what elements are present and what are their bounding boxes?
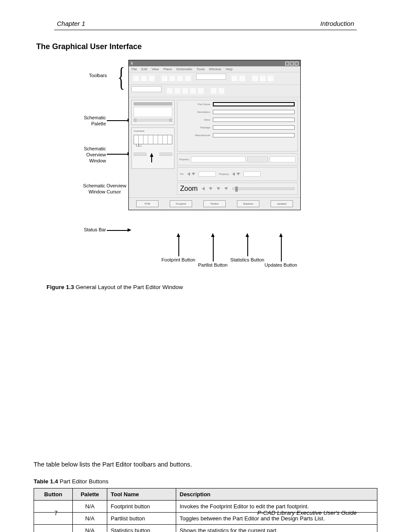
menu-item[interactable]: Help [225, 67, 232, 71]
section-title: The Graphical User Interface [36, 42, 377, 51]
maximize-icon[interactable] [290, 62, 294, 65]
updates-button[interactable]: Updates [271, 200, 293, 207]
statistics-button[interactable]: Statistics [237, 200, 259, 207]
running-head: Chapter 1 Introduction [54, 20, 357, 30]
part-name-field[interactable] [213, 102, 295, 106]
menu-item[interactable]: Edit [141, 67, 147, 71]
menu-item[interactable]: Schematic [176, 67, 192, 71]
field-label: Manufacturer [195, 134, 210, 137]
toolbar-button[interactable] [166, 87, 173, 94]
toolbar-select[interactable] [131, 86, 162, 92]
pin-dropdown-icon[interactable] [192, 173, 195, 175]
zoom-dropdown-icon[interactable] [217, 187, 220, 190]
pcb-button[interactable]: PCB [136, 200, 159, 207]
toolbar-button[interactable] [161, 75, 168, 82]
property-bar: Property [177, 153, 298, 165]
toolbar-button[interactable] [252, 75, 258, 82]
running-head-right: Introduction [321, 20, 354, 27]
brace-icon: { [118, 68, 125, 87]
prev-pin-icon[interactable] [187, 172, 190, 176]
table-cell-button [34, 525, 73, 532]
table-header: Button [34, 488, 73, 501]
schematic-palette[interactable] [131, 100, 174, 125]
zoom-out-icon[interactable] [202, 187, 205, 190]
zoom-dropdown-icon[interactable] [209, 187, 212, 190]
nav-label-pin: Pin [180, 173, 184, 175]
value-field[interactable] [213, 118, 295, 122]
zoom-dropdown-icon[interactable] [224, 187, 228, 190]
property-value[interactable] [191, 156, 246, 162]
toolbar-button[interactable] [184, 75, 191, 82]
prev-property-icon[interactable] [232, 172, 235, 176]
menu-item[interactable]: Tools [196, 67, 205, 71]
menu-item[interactable]: Place [163, 67, 172, 71]
field-label: Value [204, 118, 210, 121]
toolbar-button[interactable] [210, 87, 217, 94]
zoom-slider[interactable] [232, 187, 295, 190]
zoom-label: Zoom [180, 185, 198, 193]
table-title: Table 1.4 Part Editor Buttons [34, 478, 377, 485]
property-label: Property [179, 158, 189, 161]
navigation-row: Pin Property [177, 167, 298, 181]
toolbar-button[interactable] [267, 75, 274, 82]
callout-status-bar: Status Bar [37, 227, 106, 233]
table-title-text: Part Editor Buttons [58, 478, 109, 485]
toolbar-row-2 [129, 85, 300, 97]
toolbar-button[interactable] [218, 87, 225, 94]
table-cell-toolname: Statistics button [107, 525, 176, 532]
menu-bar[interactable]: File Edit View Place Schematic Tools Win… [129, 66, 300, 72]
toolbar-button[interactable] [197, 87, 204, 94]
window-title: X [131, 61, 133, 65]
form-canvas: Part Name Description Value Package Manu… [177, 100, 298, 152]
schematic-overview-window[interactable]: Overview [131, 128, 174, 169]
page-number: 7 [54, 510, 58, 516]
toolbar-button[interactable] [148, 75, 155, 82]
table-cell-description: Shows the statistics for the current par… [176, 525, 377, 532]
toolbar-button[interactable] [140, 75, 147, 82]
footprint-button[interactable]: Footprint [170, 200, 192, 207]
overview-chip [134, 135, 172, 144]
table-header: Tool Name [107, 488, 176, 501]
toolbar-button[interactable] [259, 75, 266, 82]
property-field[interactable] [243, 171, 261, 177]
property-segment[interactable] [270, 156, 296, 162]
menu-item[interactable]: File [131, 67, 137, 71]
minimize-icon[interactable] [285, 62, 289, 65]
close-icon[interactable] [295, 62, 299, 65]
property-segment[interactable] [247, 156, 268, 162]
toolbar-button[interactable] [177, 75, 184, 82]
field-label: Package [200, 126, 210, 129]
titlebar[interactable]: X [129, 60, 300, 66]
zoom-bar: Zoom [177, 183, 298, 195]
toolbar-button[interactable] [133, 75, 140, 82]
status-bar: PCB Footprint Partlist Statistics Update… [129, 197, 300, 210]
pin-field[interactable] [199, 171, 216, 177]
toolbar-button[interactable] [239, 75, 246, 82]
figure: { Toolbars Schematic Palette Schematic O… [128, 60, 395, 210]
toolbar-button[interactable] [231, 75, 238, 82]
property-dropdown-icon[interactable] [237, 173, 240, 175]
table-header: Palette [73, 488, 107, 501]
menu-item[interactable]: Window [209, 67, 221, 71]
figure-caption-label: Figure 1.3 [47, 284, 74, 290]
table-row: N/A Statistics button Shows the statisti… [34, 525, 377, 532]
toolbar-row-1 [129, 72, 300, 85]
toolbar-select[interactable] [196, 74, 226, 80]
toolbar-button[interactable] [169, 75, 176, 82]
partlist-button[interactable]: Partlist [203, 200, 226, 207]
page-footer: 7 P-CAD Library Executive User's Guide [54, 510, 357, 516]
table-header: Description [176, 488, 377, 501]
manufacturer-field[interactable] [213, 133, 295, 137]
toolbar-button[interactable] [174, 87, 181, 94]
callout-toolbars: Toolbars [38, 73, 107, 79]
callout-overview-window: Schematic Overview Window [37, 146, 106, 164]
field-label: Description [197, 111, 210, 113]
package-field[interactable] [213, 125, 295, 130]
menu-item[interactable]: View [152, 67, 159, 71]
description-field[interactable] [213, 110, 295, 114]
toolbar-button[interactable] [190, 87, 196, 94]
table-cell-palette: N/A [73, 525, 107, 532]
toolbar-button[interactable] [182, 87, 189, 94]
callout-updates-button: Updates Button [255, 262, 307, 268]
callout-overview-cursor: Schematic Overview Window Cursor [77, 183, 133, 195]
